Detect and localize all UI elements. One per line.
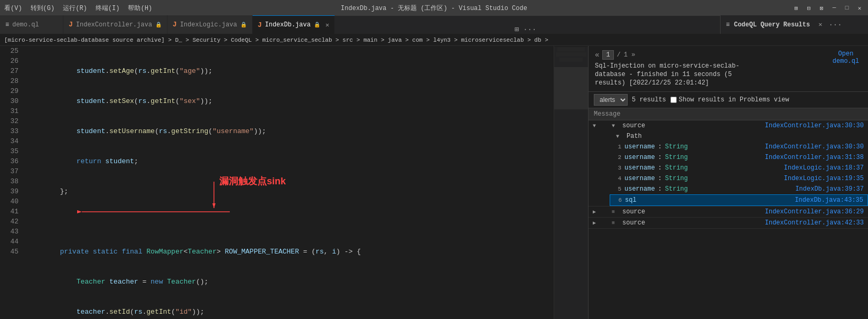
path-sep-5: : xyxy=(658,185,662,193)
path-sep-2: : xyxy=(658,154,662,161)
tab-indexcontroller[interactable]: J IndexController.java 🔒 xyxy=(63,15,167,34)
codeql-tab-icon: ≡ xyxy=(726,21,730,29)
line-num-29: 29 xyxy=(0,86,18,96)
tab-bar: ≡ demo.ql J IndexController.java 🔒 J Ind… xyxy=(0,16,868,34)
results-count: 5 results xyxy=(632,96,666,104)
nav-page-input[interactable]: 1 xyxy=(602,50,613,60)
annotation-arrow-2 xyxy=(77,207,235,217)
line-num-38: 38 xyxy=(0,176,18,186)
show-problems-checkbox[interactable] xyxy=(670,97,677,103)
menu-bar: 看(V) 转到(G) 运行(R) 终端(I) 帮助(H) xyxy=(4,4,152,13)
nav-prev-btn[interactable]: « xyxy=(595,51,599,59)
result-group-source3: ▶ ≡ source IndexController.java:42:33 xyxy=(589,218,868,229)
line-numbers: 25 26 27 28 29 30 31 32 33 34 35 36 37 3… xyxy=(0,46,24,319)
tab-demo-label: demo.ql xyxy=(12,21,39,29)
line-num-45: 45 xyxy=(0,247,18,257)
path-group-1: ▼ Path 1 username : String IndexControll… xyxy=(589,131,868,206)
codeql-info: « 1 / 1 » Sql-Injection on micro-service… xyxy=(589,46,868,92)
path-item-1[interactable]: 1 username : String IndexController.java… xyxy=(610,142,868,152)
path-num-5: 5 xyxy=(614,186,621,192)
line-num-41: 41 xyxy=(0,207,18,217)
line-num-33: 33 xyxy=(0,126,18,136)
menu-run[interactable]: 运行(R) xyxy=(63,4,87,13)
expand-source3-icon: ▶ xyxy=(593,220,599,226)
path-var-2: username xyxy=(624,154,655,161)
tab-indexcontroller-icon: J xyxy=(69,21,73,29)
expand-source1-icon2: ▼ xyxy=(612,123,618,129)
source1-link[interactable]: IndexController.java:30:30 xyxy=(765,122,864,129)
path-loc-5[interactable]: IndexDb.java:39:37 xyxy=(795,185,864,193)
line-num-27: 27 xyxy=(0,66,18,76)
expand-source3-icon2: ≡ xyxy=(612,220,618,226)
source3-label: source xyxy=(622,219,645,227)
path-item-6[interactable]: 6 sql IndexDb.java:43:35 xyxy=(610,194,868,206)
path-type-3: String xyxy=(665,164,688,172)
win-close-btn[interactable]: ✕ xyxy=(855,4,864,12)
code-line-26: student.setSex(rs.getInt("sex")); xyxy=(27,96,554,106)
main-area: 25 26 27 28 29 30 31 32 33 34 35 36 37 3… xyxy=(0,46,868,319)
line-num-43: 43 xyxy=(0,227,18,237)
path-header-1[interactable]: ▼ Path xyxy=(599,131,868,142)
tab-indexlogic[interactable]: J IndexLogic.java 🔒 xyxy=(167,15,253,34)
source2-link[interactable]: IndexController.java:36:29 xyxy=(765,208,864,215)
menu-view[interactable]: 看(V) xyxy=(4,4,22,13)
path-loc-6[interactable]: IndexDb.java:43:35 xyxy=(795,196,863,204)
result-group-source1-header[interactable]: ▼ ▼ source IndexController.java:30:30 xyxy=(589,120,868,131)
codeql-tab-more[interactable]: ··· xyxy=(828,21,842,29)
menu-terminal[interactable]: 终端(I) xyxy=(96,4,120,13)
path-loc-3[interactable]: IndexLogic.java:18:37 xyxy=(784,164,864,172)
path-item-5[interactable]: 5 username : String IndexDb.java:39:37 xyxy=(610,184,868,194)
result-group-source1: ▼ ▼ source IndexController.java:30:30 ▼ … xyxy=(589,120,868,207)
path-loc-2[interactable]: IndexController.java:31:38 xyxy=(765,154,864,161)
tab-indexdb-label: IndexDb.java xyxy=(265,21,311,29)
line-num-31: 31 xyxy=(0,106,18,116)
win-maximize-btn[interactable]: □ xyxy=(843,4,851,12)
line-num-39: 39 xyxy=(0,186,18,196)
path-type-5: String xyxy=(665,185,688,193)
path-items: 1 username : String IndexController.java… xyxy=(599,142,868,206)
path-var-3: username xyxy=(624,164,655,172)
menu-goto[interactable]: 转到(G) xyxy=(31,4,55,13)
win-minimize-btn[interactable]: ─ xyxy=(830,4,838,12)
tab-indexdb[interactable]: J IndexDb.java 🔒 ✕ xyxy=(253,15,335,34)
open-demo-btn[interactable]: Open demo.ql xyxy=(830,50,862,65)
line-num-44: 44 xyxy=(0,237,18,247)
show-problems-label[interactable]: Show results in Problems view xyxy=(670,96,789,104)
line-num-42: 42 xyxy=(0,217,18,227)
expand-path-icon: ▼ xyxy=(616,134,622,139)
source2-label: source xyxy=(622,208,645,215)
tab-indexlogic-label: IndexLogic.java xyxy=(180,21,237,29)
lock-icon: 🔒 xyxy=(155,22,162,28)
path-item-3[interactable]: 3 username : String IndexLogic.java:18:3… xyxy=(610,163,868,173)
path-loc-1[interactable]: IndexController.java:30:30 xyxy=(765,143,864,151)
win-layout-btn[interactable]: ⊞ xyxy=(792,4,800,12)
path-num-4: 4 xyxy=(614,175,621,182)
path-loc-4[interactable]: IndexLogic.java:19:35 xyxy=(784,175,864,182)
code-content[interactable]: student.setAge(rs.getInt("age")); studen… xyxy=(24,46,554,319)
result-group-source3-header[interactable]: ▶ ≡ source IndexController.java:42:33 xyxy=(589,218,868,228)
tab-demo[interactable]: ≡ demo.ql xyxy=(0,15,63,34)
split-editor-icon[interactable]: ⊞ xyxy=(515,25,519,34)
menu-help[interactable]: 帮助(H) xyxy=(128,4,152,13)
breadcrumb: [micro-service-seclab-database source ar… xyxy=(0,34,868,46)
more-tabs-icon[interactable]: ··· xyxy=(523,25,536,34)
code-line-29: }; xyxy=(27,186,554,196)
expand-source2-icon2: ≡ xyxy=(612,209,618,215)
path-sep-4: : xyxy=(658,175,662,182)
tab-indexcontroller-label: IndexController.java xyxy=(76,21,152,29)
tab-close-btn[interactable]: ✕ xyxy=(325,21,329,29)
path-item-4[interactable]: 4 username : String IndexLogic.java:19:3… xyxy=(610,173,868,184)
result-group-source2-header[interactable]: ▶ ≡ source IndexController.java:36:29 xyxy=(589,207,868,217)
win-layout2-btn[interactable]: ⊟ xyxy=(805,4,813,12)
path-item-2[interactable]: 2 username : String IndexController.java… xyxy=(610,152,868,163)
line-num-35: 35 xyxy=(0,146,18,156)
code-line-31: private static final RowMapper<Teacher> … xyxy=(27,247,554,257)
code-line-30 xyxy=(27,217,554,227)
codeql-tab-close[interactable]: ✕ xyxy=(818,21,822,29)
editor-panel: 25 26 27 28 29 30 31 32 33 34 35 36 37 3… xyxy=(0,46,588,319)
source3-link[interactable]: IndexController.java:42:33 xyxy=(765,219,864,227)
path-var-5: username xyxy=(624,185,655,193)
alerts-filter-select[interactable]: alerts xyxy=(594,94,628,106)
results-body[interactable]: ▼ ▼ source IndexController.java:30:30 ▼ … xyxy=(589,120,868,319)
win-layout3-btn[interactable]: ⊠ xyxy=(817,4,826,12)
